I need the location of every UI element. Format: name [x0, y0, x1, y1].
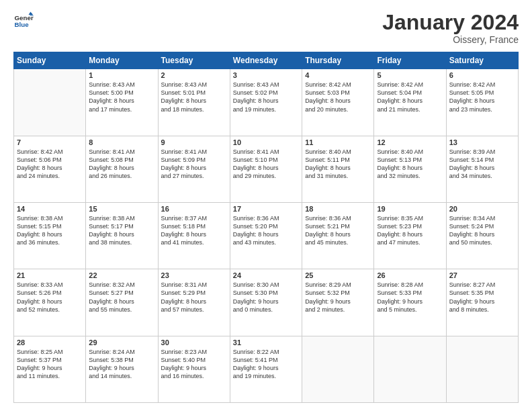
table-cell: [302, 336, 374, 402]
day-number: 3: [233, 71, 299, 79]
day-info: Sunrise: 8:29 AMSunset: 5:32 PMDaylight:…: [305, 281, 371, 314]
table-cell: 24Sunrise: 8:30 AMSunset: 5:30 PMDayligh…: [230, 269, 302, 336]
header-friday: Friday: [374, 52, 446, 69]
day-info: Sunrise: 8:43 AMSunset: 5:02 PMDaylight:…: [233, 81, 299, 113]
table-cell: 22Sunrise: 8:32 AMSunset: 5:27 PMDayligh…: [86, 269, 158, 336]
day-info: Sunrise: 8:40 AMSunset: 5:13 PMDaylight:…: [377, 148, 443, 181]
table-cell: 5Sunrise: 8:42 AMSunset: 5:04 PMDaylight…: [374, 69, 446, 136]
day-number: 26: [377, 271, 443, 279]
subtitle: Oissery, France: [382, 34, 519, 45]
day-number: 13: [449, 138, 515, 146]
table-cell: 6Sunrise: 8:42 AMSunset: 5:05 PMDaylight…: [446, 69, 518, 136]
day-info: Sunrise: 8:43 AMSunset: 5:00 PMDaylight:…: [89, 81, 154, 113]
main-title: January 2024: [382, 11, 519, 34]
logo: General Blue: [13, 11, 34, 31]
title-block: January 2024 Oissery, France: [382, 11, 519, 45]
day-number: 27: [449, 271, 515, 279]
day-number: 25: [305, 271, 371, 279]
table-cell: 8Sunrise: 8:41 AMSunset: 5:08 PMDaylight…: [86, 136, 158, 202]
header-monday: Monday: [86, 52, 158, 69]
table-cell: 12Sunrise: 8:40 AMSunset: 5:13 PMDayligh…: [374, 136, 446, 202]
day-info: Sunrise: 8:42 AMSunset: 5:05 PMDaylight:…: [449, 81, 515, 113]
table-cell: 20Sunrise: 8:34 AMSunset: 5:24 PMDayligh…: [446, 202, 518, 269]
day-number: 31: [233, 338, 299, 347]
day-info: Sunrise: 8:36 AMSunset: 5:21 PMDaylight:…: [305, 214, 371, 247]
table-cell: 28Sunrise: 8:25 AMSunset: 5:37 PMDayligh…: [14, 336, 86, 402]
day-info: Sunrise: 8:31 AMSunset: 5:29 PMDaylight:…: [161, 281, 227, 314]
day-number: 30: [161, 338, 227, 347]
day-number: 19: [377, 205, 443, 213]
table-row: 1Sunrise: 8:43 AMSunset: 5:00 PMDaylight…: [14, 69, 519, 136]
calendar-header-row: Sunday Monday Tuesday Wednesday Thursday…: [14, 52, 519, 69]
day-info: Sunrise: 8:40 AMSunset: 5:11 PMDaylight:…: [305, 148, 371, 181]
day-number: 7: [17, 138, 83, 146]
day-number: 29: [89, 338, 154, 347]
day-number: 18: [305, 205, 371, 213]
table-cell: 4Sunrise: 8:42 AMSunset: 5:03 PMDaylight…: [302, 69, 374, 136]
day-info: Sunrise: 8:33 AMSunset: 5:26 PMDaylight:…: [17, 281, 83, 314]
day-info: Sunrise: 8:41 AMSunset: 5:08 PMDaylight:…: [89, 148, 154, 181]
day-number: 21: [17, 271, 83, 279]
day-info: Sunrise: 8:36 AMSunset: 5:20 PMDaylight:…: [233, 214, 299, 247]
day-info: Sunrise: 8:38 AMSunset: 5:15 PMDaylight:…: [17, 214, 83, 247]
table-row: 21Sunrise: 8:33 AMSunset: 5:26 PMDayligh…: [14, 269, 519, 336]
table-row: 7Sunrise: 8:42 AMSunset: 5:06 PMDaylight…: [14, 136, 519, 202]
table-cell: 16Sunrise: 8:37 AMSunset: 5:18 PMDayligh…: [158, 202, 230, 269]
day-info: Sunrise: 8:25 AMSunset: 5:37 PMDaylight:…: [17, 348, 83, 381]
day-number: 1: [89, 71, 154, 79]
day-number: 4: [305, 71, 371, 79]
header-wednesday: Wednesday: [230, 52, 302, 69]
day-number: 9: [161, 138, 227, 146]
header-sunday: Sunday: [14, 52, 86, 69]
table-cell: 17Sunrise: 8:36 AMSunset: 5:20 PMDayligh…: [230, 202, 302, 269]
day-number: 12: [377, 138, 443, 146]
table-cell: 26Sunrise: 8:28 AMSunset: 5:33 PMDayligh…: [374, 269, 446, 336]
day-info: Sunrise: 8:30 AMSunset: 5:30 PMDaylight:…: [233, 281, 299, 314]
table-row: 28Sunrise: 8:25 AMSunset: 5:37 PMDayligh…: [14, 336, 519, 402]
logo-icon: General Blue: [13, 11, 34, 31]
day-number: 16: [161, 205, 227, 213]
table-cell: 2Sunrise: 8:43 AMSunset: 5:01 PMDaylight…: [158, 69, 230, 136]
table-cell: 27Sunrise: 8:27 AMSunset: 5:35 PMDayligh…: [446, 269, 518, 336]
header: General Blue January 2024 Oissery, Franc…: [13, 11, 519, 45]
page: General Blue January 2024 Oissery, Franc…: [0, 0, 532, 411]
day-number: 24: [233, 271, 299, 279]
calendar-table: Sunday Monday Tuesday Wednesday Thursday…: [13, 52, 519, 403]
day-number: 15: [89, 205, 154, 213]
header-thursday: Thursday: [302, 52, 374, 69]
table-cell: 30Sunrise: 8:23 AMSunset: 5:40 PMDayligh…: [158, 336, 230, 402]
table-cell: 31Sunrise: 8:22 AMSunset: 5:41 PMDayligh…: [230, 336, 302, 402]
day-info: Sunrise: 8:35 AMSunset: 5:23 PMDaylight:…: [377, 214, 443, 247]
day-info: Sunrise: 8:32 AMSunset: 5:27 PMDaylight:…: [89, 281, 154, 314]
day-info: Sunrise: 8:42 AMSunset: 5:04 PMDaylight:…: [377, 81, 443, 113]
table-cell: 1Sunrise: 8:43 AMSunset: 5:00 PMDaylight…: [86, 69, 158, 136]
day-info: Sunrise: 8:41 AMSunset: 5:10 PMDaylight:…: [233, 148, 299, 181]
table-cell: [14, 69, 86, 136]
table-cell: 18Sunrise: 8:36 AMSunset: 5:21 PMDayligh…: [302, 202, 374, 269]
day-number: 14: [17, 205, 83, 213]
table-cell: [374, 336, 446, 402]
day-info: Sunrise: 8:41 AMSunset: 5:09 PMDaylight:…: [161, 148, 227, 181]
table-cell: 25Sunrise: 8:29 AMSunset: 5:32 PMDayligh…: [302, 269, 374, 336]
table-cell: 3Sunrise: 8:43 AMSunset: 5:02 PMDaylight…: [230, 69, 302, 136]
day-info: Sunrise: 8:43 AMSunset: 5:01 PMDaylight:…: [161, 81, 227, 113]
day-info: Sunrise: 8:28 AMSunset: 5:33 PMDaylight:…: [377, 281, 443, 314]
day-info: Sunrise: 8:37 AMSunset: 5:18 PMDaylight:…: [161, 214, 227, 247]
day-info: Sunrise: 8:39 AMSunset: 5:14 PMDaylight:…: [449, 148, 515, 181]
day-number: 6: [449, 71, 515, 79]
table-cell: [446, 336, 518, 402]
day-number: 17: [233, 205, 299, 213]
day-info: Sunrise: 8:42 AMSunset: 5:03 PMDaylight:…: [305, 81, 371, 113]
table-cell: 11Sunrise: 8:40 AMSunset: 5:11 PMDayligh…: [302, 136, 374, 202]
day-info: Sunrise: 8:38 AMSunset: 5:17 PMDaylight:…: [89, 214, 154, 247]
header-saturday: Saturday: [446, 52, 518, 69]
svg-text:Blue: Blue: [15, 21, 30, 28]
day-info: Sunrise: 8:22 AMSunset: 5:41 PMDaylight:…: [233, 348, 299, 381]
table-cell: 13Sunrise: 8:39 AMSunset: 5:14 PMDayligh…: [446, 136, 518, 202]
day-number: 22: [89, 271, 154, 279]
table-cell: 21Sunrise: 8:33 AMSunset: 5:26 PMDayligh…: [14, 269, 86, 336]
table-cell: 29Sunrise: 8:24 AMSunset: 5:38 PMDayligh…: [86, 336, 158, 402]
table-cell: 14Sunrise: 8:38 AMSunset: 5:15 PMDayligh…: [14, 202, 86, 269]
day-info: Sunrise: 8:27 AMSunset: 5:35 PMDaylight:…: [449, 281, 515, 314]
day-number: 10: [233, 138, 299, 146]
